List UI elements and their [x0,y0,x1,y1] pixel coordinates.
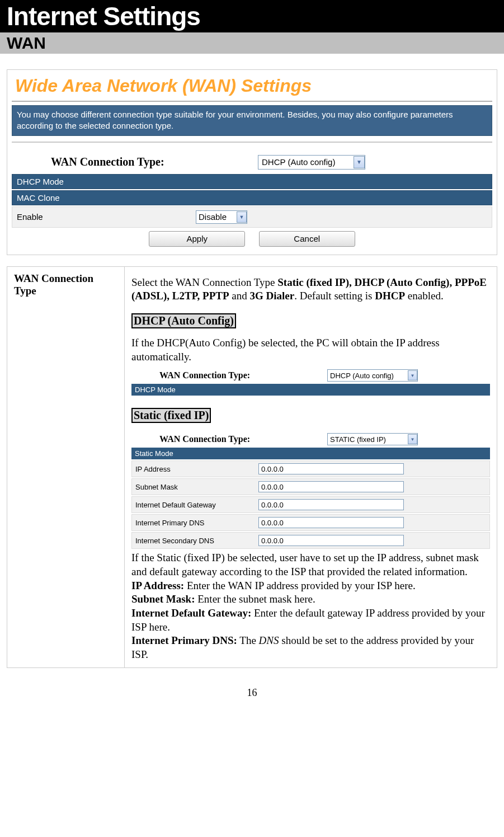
mac-clone-band: MAC Clone [12,190,492,205]
intro-paragraph: Select the WAN Connection Type Static (f… [131,276,490,303]
table-row: Subnet Mask [131,478,490,495]
page-subtitle: WAN [0,32,504,54]
enable-value: Disable [196,212,237,222]
dhcp-heading: DHCP (Auto Config) [131,313,236,328]
dhcp-text: If the DHCP(Auto Config) be selected, th… [131,336,490,364]
enable-select[interactable]: Disable ▼ [196,210,247,224]
page-number: 16 [0,679,504,707]
cancel-button[interactable]: Cancel [259,231,355,247]
static-heading: Static (fixed IP) [131,408,211,423]
subnet-mask-input[interactable] [258,481,404,492]
ip-address-input[interactable] [258,463,404,474]
description-table: WAN Connection Type Select the WAN Conne… [7,266,497,668]
button-row: Apply Cancel [12,228,492,250]
chevron-down-icon[interactable]: ▼ [408,370,417,380]
mini-conn-label: WAN Connection Type: [159,370,327,380]
wan-conn-value: DHCP (Auto config) [258,157,354,167]
panel-header: Wide Area Network (WAN) Settings [12,74,492,102]
primary-dns-input[interactable] [258,517,404,528]
mini-conn-label: WAN Connection Type: [159,434,327,444]
wan-conn-label: WAN Connection Type: [51,156,258,168]
gateway-input[interactable] [258,499,404,510]
desc-right-cell: Select the WAN Connection Type Static (f… [125,266,497,667]
dhcp-mode-band: DHCP Mode [12,174,492,189]
table-row: Internet Primary DNS [131,514,490,531]
static-mini-band: Static Mode [131,448,490,459]
dhcp-mini-panel: WAN Connection Type: DHCP (Auto config) … [131,367,490,396]
page-title: Internet Settings [0,0,504,32]
wan-conn-select[interactable]: DHCP (Auto config) ▼ [258,155,365,170]
chevron-down-icon[interactable]: ▼ [354,156,365,168]
enable-row: Enable Disable ▼ [12,206,492,228]
table-row: Internet Secondary DNS [131,532,490,549]
chevron-down-icon[interactable]: ▼ [408,434,417,444]
desc-left-cell: WAN Connection Type [7,266,125,667]
table-row: IP Address [131,460,490,477]
table-row: Internet Default Gateway [131,496,490,513]
divider [12,142,492,143]
chevron-down-icon[interactable]: ▼ [237,211,247,223]
panel-info: You may choose different connection type… [12,105,492,136]
apply-button[interactable]: Apply [149,231,245,247]
secondary-dns-input[interactable] [258,535,404,546]
dhcp-mini-band: DHCP Mode [131,384,490,396]
mini-conn-select-dhcp[interactable]: DHCP (Auto config) ▼ [327,369,418,382]
static-mini-panel: WAN Connection Type: STATIC (fixed IP) ▼… [131,431,490,549]
mini-conn-select-static[interactable]: STATIC (fixed IP) ▼ [327,433,418,445]
enable-label: Enable [17,212,196,222]
wan-settings-panel: Wide Area Network (WAN) Settings You may… [7,69,497,255]
static-paragraph: If the Static (fixed IP) be selected, us… [131,551,490,662]
wan-conn-row: WAN Connection Type: DHCP (Auto config) … [12,151,492,174]
